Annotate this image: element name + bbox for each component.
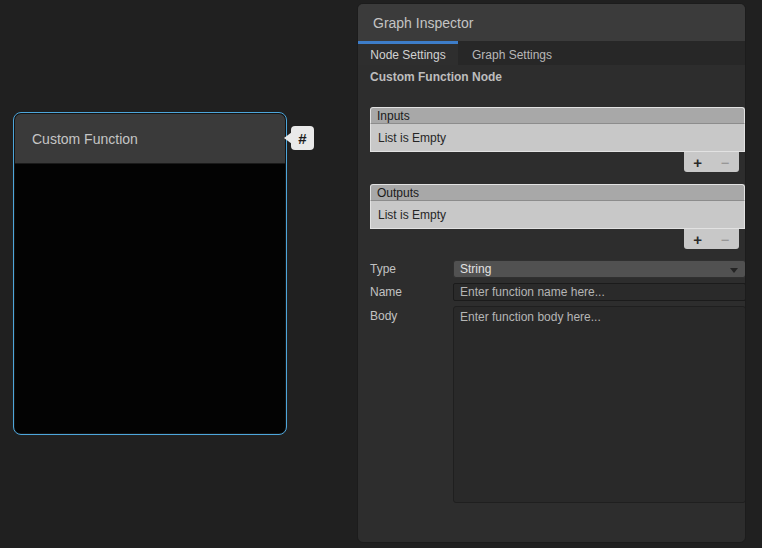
inputs-list-empty-row: List is Empty [370,124,745,152]
type-dropdown[interactable]: String [453,260,746,278]
name-label: Name [370,285,402,299]
outputs-remove-button[interactable]: − [714,230,736,248]
type-label: Type [370,262,396,276]
inputs-list-header-label: Inputs [377,109,410,123]
tab-graph-settings-label: Graph Settings [472,48,552,62]
outputs-list-empty-row: List is Empty [370,201,745,229]
outputs-list-header: Outputs [370,184,745,201]
body-label: Body [370,309,397,323]
outputs-empty-label: List is Empty [378,208,446,222]
inputs-list-header: Inputs [370,107,745,124]
custom-function-node-inner: Custom Function [15,114,285,433]
function-name-input[interactable] [453,283,746,301]
inputs-remove-button[interactable]: − [714,153,736,171]
node-body [15,164,285,433]
tab-node-settings-label: Node Settings [370,48,445,62]
function-body-textarea[interactable] [453,306,746,503]
section-title: Custom Function Node [370,70,502,84]
inputs-list: Inputs List is Empty + − [370,107,745,172]
inputs-empty-label: List is Empty [378,131,446,145]
panel-header[interactable]: Graph Inspector [358,4,745,41]
node-title-bar[interactable]: Custom Function [15,114,285,164]
outputs-list: Outputs List is Empty + − [370,184,745,249]
inputs-add-button[interactable]: + [687,153,709,171]
hash-icon: # [298,130,306,147]
outputs-list-header-label: Outputs [377,186,419,200]
inspector-tabbar: Node Settings Graph Settings [358,41,745,65]
graph-inspector-panel: Graph Inspector Node Settings Graph Sett… [357,3,746,543]
node-title: Custom Function [32,131,138,147]
type-dropdown-value: String [460,262,491,276]
tab-node-settings[interactable]: Node Settings [358,41,458,65]
outputs-list-footer: + − [684,229,739,249]
tab-graph-settings[interactable]: Graph Settings [458,41,566,65]
node-hash-badge[interactable]: # [291,126,314,150]
outputs-add-button[interactable]: + [687,230,709,248]
chevron-down-icon [730,268,738,273]
panel-title: Graph Inspector [373,15,473,31]
inputs-list-footer: + − [684,152,739,172]
custom-function-node[interactable]: Custom Function [13,112,287,435]
